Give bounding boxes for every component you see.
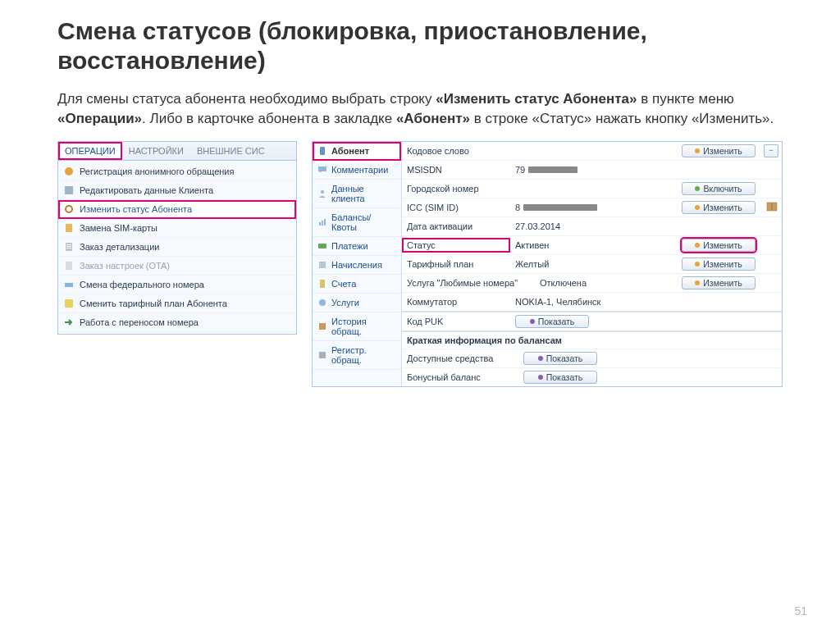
client-icon: [317, 189, 327, 198]
register-icon: [317, 350, 327, 360]
sidebar-item-register[interactable]: Регистр. обращ.: [313, 341, 401, 370]
edit-icon: [695, 262, 700, 267]
row-switch: Коммутатор NOKIA-1, Челябинск: [402, 293, 782, 312]
sim-icon: [63, 222, 75, 234]
slide-title: Смена статусов (блокировка, приостановле…: [57, 16, 783, 75]
svg-rect-8: [66, 262, 72, 270]
row-codeword: Кодовое слово Изменить: [402, 142, 782, 161]
tariff-icon: [63, 298, 75, 309]
sidebar-item-history[interactable]: История обращ.: [313, 312, 401, 341]
codeword-edit-button[interactable]: Изменить: [682, 144, 756, 157]
svg-rect-15: [324, 219, 326, 226]
comment-icon: [317, 165, 327, 175]
svg-point-0: [65, 167, 73, 175]
row-puk: Код PUK Показать: [402, 312, 782, 332]
svg-rect-16: [318, 244, 326, 248]
svg-rect-3: [66, 224, 72, 232]
operations-dropdown-panel: ОПЕРАЦИИ НАСТРОЙКИ ВНЕШНИЕ СИС Регистрац…: [57, 141, 297, 335]
row-status: Статус Активен Изменить: [402, 236, 782, 255]
row-fav-numbers: Услуга "Любимые номера" Отключена Измени…: [402, 274, 782, 293]
city-number-enable-button[interactable]: Включить: [682, 182, 756, 195]
collapse-button[interactable]: −: [764, 144, 778, 157]
tab-operations[interactable]: ОПЕРАЦИИ: [58, 142, 122, 160]
svg-rect-11: [320, 147, 325, 155]
redacted-value: [528, 166, 578, 173]
edit-icon: [695, 280, 700, 285]
sidebar-item-payments[interactable]: Платежи: [313, 237, 401, 256]
menu-order-ota: Заказ настроек (OTA): [58, 257, 296, 276]
subscriber-card-panel: Абонент Комментарии Данные клиента Балан…: [312, 141, 783, 387]
sidebar-item-invoices[interactable]: Счета: [313, 275, 401, 294]
puk-show-button[interactable]: Показать: [515, 315, 589, 328]
status-icon: [63, 203, 75, 215]
menu-edit-client[interactable]: Редактировать данные Клиента: [58, 181, 296, 200]
balance-icon: [317, 217, 327, 227]
book-icon: [317, 321, 327, 331]
row-available-funds: Доступные средства Показать: [402, 349, 782, 368]
menu-change-tariff[interactable]: Сменить тарифный план Абонента: [58, 294, 296, 313]
subscriber-icon: [317, 146, 327, 156]
detail-icon: [63, 241, 75, 253]
tab-settings[interactable]: НАСТРОЙКИ: [122, 142, 190, 160]
show-icon: [530, 319, 535, 324]
balances-header: Краткая информация по балансам: [402, 332, 782, 349]
row-activation-date: Дата активации 27.03.2014: [402, 217, 782, 236]
svg-rect-17: [319, 262, 326, 268]
available-funds-show-button[interactable]: Показать: [523, 352, 597, 365]
row-msisdn: MSISDN 79: [402, 161, 782, 180]
row-icc: ICC (SIM ID) 8 Изменить: [402, 198, 782, 217]
page-number: 51: [794, 604, 807, 618]
svg-rect-13: [319, 222, 321, 226]
svg-rect-10: [65, 299, 73, 308]
payment-icon: [317, 241, 327, 251]
row-city-number: Городской номер Включить: [402, 180, 782, 198]
svg-point-2: [66, 206, 72, 212]
edit-icon: [63, 185, 75, 196]
slide-description: Для смены статуса абонента необходимо вы…: [57, 89, 783, 129]
sidebar-item-comments[interactable]: Комментарии: [313, 161, 401, 180]
svg-rect-9: [65, 283, 73, 287]
row-tariff: Тарифный план Желтый Изменить: [402, 255, 782, 274]
add-icon: [695, 186, 700, 191]
fav-numbers-edit-button[interactable]: Изменить: [682, 276, 756, 289]
svg-point-19: [319, 299, 326, 306]
status-edit-button[interactable]: Изменить: [682, 239, 756, 252]
card-sidebar: Абонент Комментарии Данные клиента Балан…: [313, 142, 402, 386]
show-icon: [538, 375, 543, 380]
menu-order-detail[interactable]: Заказ детализации: [58, 238, 296, 257]
menu-anonymous-request[interactable]: Регистрация анонимного обращения: [58, 162, 296, 181]
svg-rect-6: [66, 246, 71, 247]
ota-icon: [63, 260, 75, 271]
redacted-value: [523, 204, 597, 211]
svg-point-12: [321, 190, 324, 194]
arrow-right-icon: [63, 317, 75, 328]
number-icon: [63, 279, 75, 290]
sidebar-item-charges[interactable]: Начисления: [313, 256, 401, 275]
edit-icon: [695, 205, 700, 210]
menu-change-federal-number[interactable]: Смена федерального номера: [58, 276, 296, 294]
menu-number-portability[interactable]: Работа с переносом номера: [58, 313, 296, 332]
svg-rect-14: [322, 221, 323, 226]
invoice-icon: [317, 279, 327, 289]
sidebar-item-balances[interactable]: Балансы/Квоты: [313, 208, 401, 237]
services-icon: [317, 298, 327, 308]
svg-rect-5: [66, 244, 71, 245]
charges-icon: [317, 260, 327, 270]
call-icon: [63, 166, 75, 177]
sidebar-item-services[interactable]: Услуги: [313, 294, 401, 312]
menu-replace-sim[interactable]: Замена SIM-карты: [58, 219, 296, 238]
bonus-balance-show-button[interactable]: Показать: [523, 371, 597, 384]
tab-external-systems[interactable]: ВНЕШНИЕ СИС: [190, 142, 272, 160]
icc-edit-button[interactable]: Изменить: [682, 201, 756, 214]
svg-rect-18: [320, 280, 325, 288]
show-icon: [538, 356, 543, 361]
sidebar-item-subscriber[interactable]: Абонент: [313, 142, 401, 161]
svg-rect-7: [66, 248, 71, 248]
edit-icon: [695, 148, 700, 153]
row-bonus-balance: Бонусный баланс Показать: [402, 368, 782, 386]
book-icon[interactable]: [766, 203, 778, 213]
sidebar-item-client-data[interactable]: Данные клиента: [313, 180, 401, 208]
edit-icon: [695, 243, 700, 248]
tariff-edit-button[interactable]: Изменить: [682, 258, 756, 271]
menu-change-subscriber-status[interactable]: Изменить статус Абонента: [58, 200, 296, 219]
